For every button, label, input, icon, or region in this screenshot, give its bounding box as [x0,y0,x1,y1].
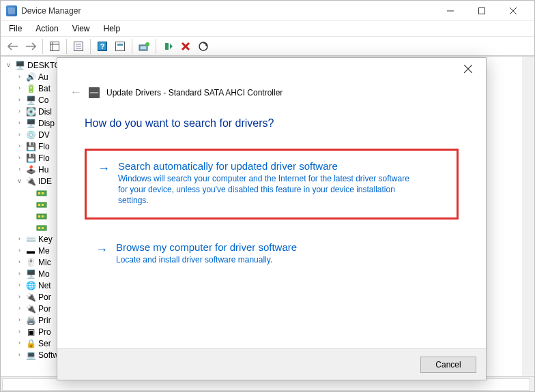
menu-file[interactable]: File [8,22,23,35]
hid-icon: 🕹️ [25,164,36,175]
expand-icon[interactable]: › [16,142,23,149]
svg-rect-16 [141,46,146,49]
tree-item-label: Por [38,304,51,314]
option2-description: Locate and install driver software manua… [116,254,297,265]
collapse-icon[interactable]: v [5,61,12,68]
expand-icon[interactable]: › [16,328,23,335]
dvd-icon: 💿 [25,130,36,140]
expand-icon[interactable]: › [16,340,23,346]
svg-rect-31 [42,227,44,229]
menu-action[interactable]: Action [34,22,59,35]
menubar: File Action View Help [1,21,534,37]
expand-icon[interactable]: › [16,119,23,126]
close-button[interactable] [497,1,529,21]
port-icon: 🔌 [25,292,36,303]
expand-icon[interactable]: › [16,351,23,358]
tree-item-label: Au [38,72,48,82]
svg-point-17 [145,42,149,46]
dialog-close-button[interactable] [453,59,483,79]
option1-title: Search automatically for updated driver … [118,160,411,172]
update-driver-button[interactable] [136,39,152,54]
minimize-button[interactable] [435,1,466,21]
dialog-question: How do you want to search for drivers? [85,117,459,130]
svg-text:?: ? [100,42,105,50]
help-button[interactable]: ? [94,39,111,54]
app-icon [6,5,17,16]
dialog-body: How do you want to search for drivers? →… [57,102,486,283]
expand-icon[interactable]: › [16,85,23,91]
vertical-scrollbar[interactable] [522,57,534,376]
expand-icon[interactable]: › [16,305,23,312]
svg-rect-21 [38,192,40,194]
properties-button[interactable] [70,39,87,54]
dialog-header-text: Update Drivers - Standard SATA AHCI Cont… [106,88,283,97]
ide-icon: 🔌 [25,176,36,187]
expand-icon[interactable]: › [16,96,23,103]
dialog-footer: Cancel [57,348,486,380]
audio-icon: 🔊 [25,72,36,82]
tree-item-label: DV [38,130,50,140]
arrow-right-icon: → [98,160,110,207]
svg-rect-4 [50,42,59,50]
collapse-icon[interactable]: v [16,177,23,184]
tree-item-label: Flo [38,142,50,151]
dialog-header: ← Update Drivers - Standard SATA AHCI Co… [57,80,486,102]
battery-icon: 🔋 [25,83,36,94]
expand-icon[interactable]: › [16,258,23,265]
action-button[interactable] [112,39,128,54]
tree-item-label: Pro [38,327,51,337]
expand-icon[interactable]: › [16,247,23,254]
computer-icon: 🖥️ [25,95,36,106]
option-browse-computer[interactable]: → Browse my computer for driver software… [85,232,459,276]
show-hide-tree-button[interactable] [46,39,63,54]
window-controls [435,1,529,21]
expand-icon[interactable]: › [16,270,23,277]
scan-button[interactable] [195,39,212,54]
computer-icon: 🖥️ [14,60,25,71]
svg-rect-1 [479,7,485,14]
expand-icon[interactable]: › [16,293,23,300]
enable-button[interactable] [160,39,176,54]
tree-item-label: Mo [38,269,50,279]
back-button[interactable] [5,39,21,54]
arrow-right-icon: → [96,241,108,265]
back-arrow-icon[interactable]: ← [70,85,82,100]
expand-icon[interactable]: › [16,131,23,138]
option1-description: Windows will search your computer and th… [118,173,411,207]
uninstall-button[interactable] [177,39,194,54]
dialog-titlebar [57,58,486,80]
printer-icon: 🖨️ [25,315,36,326]
expand-icon[interactable]: › [16,166,23,172]
tree-item-label: Hu [38,165,48,175]
controller-icon [36,222,47,233]
tree-item-label: Prir [38,316,51,325]
cancel-button[interactable]: Cancel [420,357,476,373]
tree-root-label: DESKTO [27,61,61,70]
network-icon: 🌐 [25,280,36,291]
toolbar-separator [66,39,67,54]
option-search-automatically[interactable]: → Search automatically for updated drive… [85,149,459,220]
expand-icon[interactable]: › [16,282,23,288]
processor-icon: ▣ [25,327,36,337]
menu-help[interactable]: Help [102,22,122,35]
expand-icon[interactable]: › [16,154,23,161]
menu-view[interactable]: View [71,22,91,35]
expand-icon[interactable]: › [16,73,23,80]
tree-item-label: Co [38,95,48,105]
controller-icon [36,199,47,210]
tree-item-label: Bat [38,84,50,93]
forward-button[interactable] [23,39,39,54]
maximize-button[interactable] [466,1,497,21]
svg-point-19 [199,42,207,50]
controller-icon [36,187,47,198]
svg-rect-14 [117,44,123,46]
expand-icon[interactable]: › [16,235,23,242]
tree-item-label: Ser [38,339,51,348]
controller-icon [36,211,47,222]
expand-icon[interactable]: › [16,108,23,115]
toolbar-separator [42,39,43,54]
expand-icon[interactable]: › [16,316,23,323]
svg-rect-18 [165,43,169,50]
svg-rect-25 [42,204,44,206]
tree-item-label: Flo [38,153,50,163]
